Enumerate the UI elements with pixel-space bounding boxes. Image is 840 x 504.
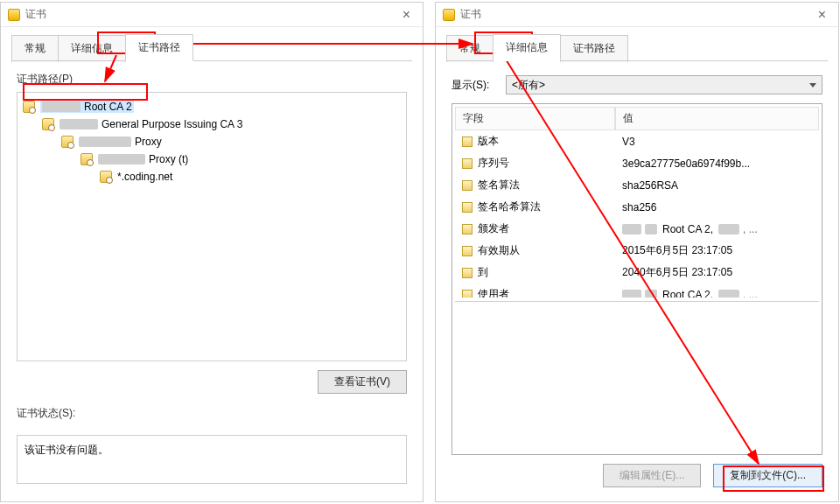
col-field[interactable]: 字段 [455,107,615,130]
listview-header: 字段 值 [455,107,819,130]
tree-node-label: General Purpose Issuing CA 3 [102,118,242,130]
field-name: 版本 [478,134,499,149]
field-value: 3e9ca27775e0a6974f99b... [615,154,819,172]
tab-cert-path[interactable]: 证书路径 [560,35,628,62]
cert-icon [80,153,93,165]
table-row[interactable]: 有效期从2015年6月5日 23:17:05 [455,240,819,262]
window-title: 证书 [460,7,481,22]
cert-icon [42,118,54,130]
field-listview[interactable]: 字段 值 版本V3序列号3e9ca27775e0a6974f99b...签名算法… [455,107,819,298]
cert-status-label: 证书状态(S): [17,406,407,421]
table-row[interactable]: 到2040年6月5日 23:17:05 [455,262,819,284]
table-row[interactable]: 使用者Root CA 2, , ... [455,284,819,298]
tab-general[interactable]: 常规 [11,35,59,62]
chevron-down-icon [809,83,816,88]
edit-properties-button: 编辑属性(E)... [603,464,701,487]
field-name: 序列号 [478,156,509,171]
window-title: 证书 [25,7,46,22]
tree-node[interactable]: Proxy (t) [21,150,402,168]
cert-icon [23,101,35,113]
field-name: 颁发者 [478,221,509,236]
field-icon [462,224,472,234]
field-icon [462,268,472,278]
tree-node-leaf[interactable]: *.coding.net [21,168,402,186]
detail-area: 字段 值 版本V3序列号3e9ca27775e0a6974f99b...签名算法… [452,103,822,455]
tree-node-label: Proxy [135,136,162,148]
table-row[interactable]: 版本V3 [455,130,819,152]
show-filter-value: <所有> [512,78,545,93]
tab-details[interactable]: 详细信息 [58,35,126,62]
field-name: 签名算法 [478,178,520,192]
field-value: 2015年6月5日 23:17:05 [615,242,819,260]
field-icon [462,290,472,298]
field-icon [462,136,472,147]
certificate-dialog-right: 证书 × 常规 详细信息 证书路径 显示(S): <所有> 字段 值 版本V3序… [435,2,839,502]
table-row[interactable]: 颁发者Root CA 2, , ... [455,218,819,240]
cert-status-box: 该证书没有问题。 [17,435,407,484]
tree-node-label: *.coding.net [117,171,172,183]
field-icon [462,180,472,191]
field-value: sha256RSA [615,176,819,194]
field-name: 签名哈希算法 [478,200,541,214]
show-label: 显示(S): [452,78,506,93]
certificate-dialog-left: 证书 × 常规 详细信息 证书路径 证书路径(P) Root CA 2 Gene… [0,2,424,502]
titlebar: 证书 × [1,3,423,27]
close-icon[interactable]: × [397,7,416,23]
field-value: Root CA 2, , ... [615,220,819,238]
cert-program-icon [443,9,455,21]
field-name: 到 [478,265,488,280]
field-value: V3 [615,132,819,150]
cert-program-icon [8,9,20,21]
tree-node-label: Root CA 2 [84,101,132,113]
titlebar: 证书 × [436,3,838,27]
field-value: 2040年6月5日 23:17:05 [615,263,819,282]
show-filter-combo[interactable]: <所有> [506,75,822,94]
cert-path-tree[interactable]: Root CA 2 General Purpose Issuing CA 3 P… [17,92,407,361]
cert-icon [61,136,74,148]
field-icon [462,202,472,213]
cert-status-text: 该证书没有问题。 [24,444,108,456]
tab-details[interactable]: 详细信息 [493,34,561,61]
value-detail-box [455,301,819,452]
table-row[interactable]: 序列号3e9ca27775e0a6974f99b... [455,152,819,174]
tabstrip: 常规 详细信息 证书路径 [436,27,838,61]
tabstrip: 常规 详细信息 证书路径 [1,27,423,61]
cert-path-label: 证书路径(P) [17,72,407,87]
field-name: 使用者 [478,287,509,298]
cert-icon [100,171,112,183]
field-value: Root CA 2, , ... [615,285,819,298]
tree-node[interactable]: Proxy [21,133,402,150]
table-row[interactable]: 签名算法sha256RSA [455,174,819,196]
tab-cert-path[interactable]: 证书路径 [125,34,193,61]
field-name: 有效期从 [478,243,520,258]
view-certificate-button[interactable]: 查看证书(V) [318,370,407,394]
tree-node-root[interactable]: Root CA 2 [21,98,402,116]
tree-node-label: Proxy (t) [149,153,188,165]
close-icon[interactable]: × [813,7,831,23]
tab-general[interactable]: 常规 [446,35,494,62]
tree-node[interactable]: General Purpose Issuing CA 3 [21,116,402,133]
field-value: sha256 [615,198,819,216]
table-row[interactable]: 签名哈希算法sha256 [455,196,819,218]
col-value[interactable]: 值 [615,107,819,130]
field-icon [462,246,472,256]
copy-to-file-button[interactable]: 复制到文件(C)... [713,464,822,487]
field-icon [462,158,472,169]
